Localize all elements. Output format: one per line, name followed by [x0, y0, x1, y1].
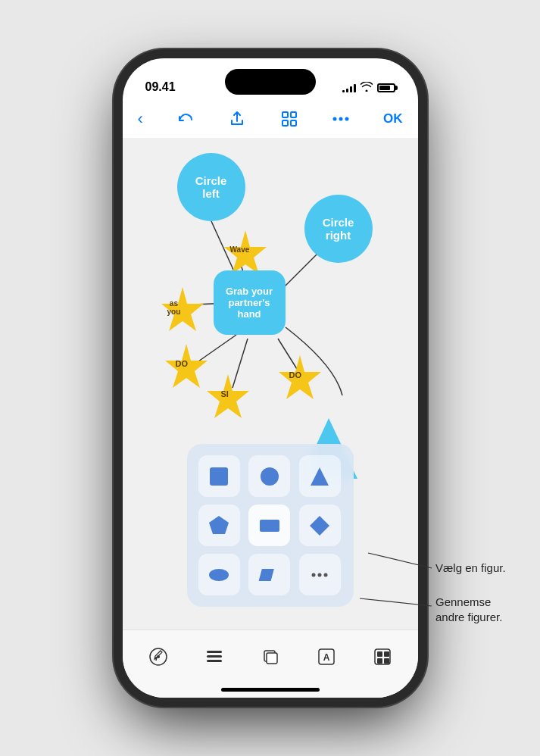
wifi-icon: [361, 82, 373, 94]
back-button[interactable]: ‹: [138, 109, 143, 129]
svg-rect-2: [282, 120, 288, 126]
svg-point-27: [209, 569, 229, 581]
as-you-star-container[interactable]: as you: [157, 286, 208, 340]
svg-point-5: [339, 117, 342, 121]
svg-marker-28: [258, 569, 273, 581]
svg-rect-21: [210, 467, 228, 486]
svg-point-33: [157, 655, 160, 658]
shape-oval[interactable]: [198, 554, 240, 595]
svg-rect-3: [291, 120, 296, 126]
shape-circle[interactable]: [248, 455, 290, 497]
svg-rect-0: [282, 112, 288, 117]
signal-icon: [342, 83, 356, 92]
shape-square[interactable]: [198, 455, 240, 497]
undo-button[interactable]: [176, 110, 195, 128]
svg-marker-26: [310, 516, 329, 536]
do2-label: DO: [289, 370, 302, 380]
do1-label: DO: [176, 359, 189, 368]
phone-frame: 09.41 ‹: [123, 58, 418, 698]
svg-rect-25: [260, 520, 279, 532]
svg-rect-38: [267, 653, 277, 664]
shape-grid: [198, 455, 342, 595]
circle-left-node[interactable]: Circle left: [177, 153, 245, 221]
do2-star-container[interactable]: DO: [274, 354, 326, 408]
svg-point-29: [312, 573, 316, 576]
ok-button[interactable]: OK: [383, 111, 403, 127]
grid-button[interactable]: [280, 110, 298, 128]
wave-label: Wave: [230, 245, 250, 254]
dynamic-island: [225, 69, 316, 95]
si-label: SI: [221, 389, 229, 398]
svg-point-30: [318, 573, 322, 576]
text-nav-btn[interactable]: A: [307, 638, 345, 676]
shape-more[interactable]: [299, 554, 341, 595]
shape-picker[interactable]: [187, 444, 354, 607]
media-nav-btn[interactable]: [364, 638, 401, 676]
status-icons: [342, 82, 395, 94]
toolbar: ‹: [123, 100, 418, 138]
battery-icon: [377, 83, 395, 92]
svg-point-4: [332, 117, 336, 121]
shape-rectangle[interactable]: [248, 505, 290, 546]
canvas-area[interactable]: Circle left Circle right Wave as you DO: [123, 138, 418, 629]
shape-triangle[interactable]: [299, 455, 341, 497]
shape-pentagon[interactable]: [198, 505, 240, 546]
center-node[interactable]: Grab your partner's hand: [214, 270, 286, 335]
share-button[interactable]: [228, 110, 246, 128]
svg-marker-23: [311, 467, 329, 486]
svg-text:A: A: [323, 652, 329, 663]
svg-rect-44: [377, 658, 382, 664]
si-star-container[interactable]: SI: [202, 373, 254, 427]
svg-rect-34: [207, 651, 222, 653]
svg-point-31: [324, 573, 328, 576]
svg-rect-36: [207, 660, 222, 662]
circle-right-node[interactable]: Circle right: [304, 195, 373, 263]
svg-point-22: [261, 467, 279, 486]
shape-diamond[interactable]: [299, 505, 341, 546]
shape-parallelogram[interactable]: [248, 554, 290, 595]
layers-nav-btn[interactable]: [251, 638, 289, 676]
as-you-label: as you: [167, 299, 181, 316]
svg-point-6: [345, 117, 348, 121]
pencil-nav-btn[interactable]: [139, 638, 177, 676]
svg-rect-35: [207, 655, 222, 658]
home-indicator: [221, 688, 320, 692]
more-button[interactable]: [332, 116, 350, 122]
svg-rect-45: [384, 658, 389, 664]
svg-rect-1: [291, 112, 296, 117]
list-nav-btn[interactable]: [195, 638, 233, 676]
svg-rect-42: [377, 651, 382, 657]
svg-rect-43: [384, 651, 389, 657]
svg-marker-24: [209, 516, 229, 534]
